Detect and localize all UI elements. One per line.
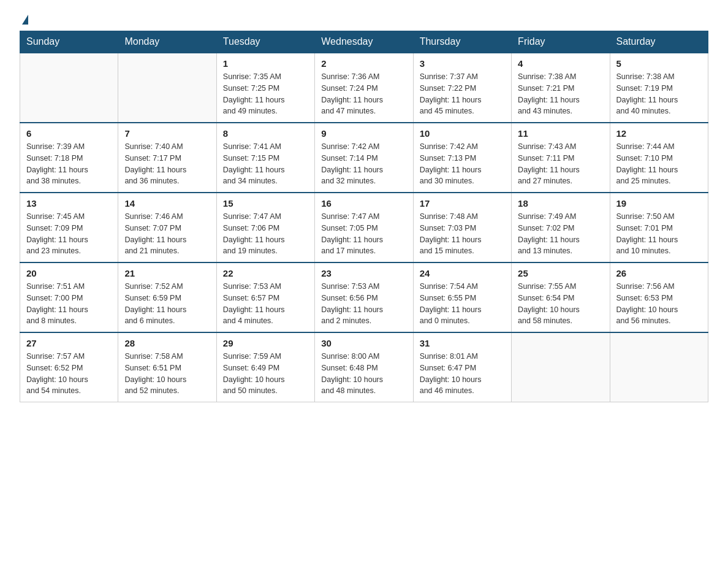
day-number: 5 (616, 58, 702, 69)
calendar-cell: 21Sunrise: 7:52 AM Sunset: 6:59 PM Dayli… (118, 262, 216, 332)
calendar-cell: 26Sunrise: 7:56 AM Sunset: 6:53 PM Dayli… (610, 262, 708, 332)
calendar-table: SundayMondayTuesdayWednesdayThursdayFrid… (20, 31, 708, 402)
day-info: Sunrise: 7:36 AM Sunset: 7:24 PM Dayligh… (321, 71, 406, 117)
calendar-cell: 14Sunrise: 7:46 AM Sunset: 7:07 PM Dayli… (118, 193, 216, 262)
day-info: Sunrise: 7:53 AM Sunset: 6:56 PM Dayligh… (321, 281, 406, 327)
day-info: Sunrise: 7:57 AM Sunset: 6:52 PM Dayligh… (26, 351, 112, 397)
week-row-1: 1Sunrise: 7:35 AM Sunset: 7:25 PM Daylig… (20, 53, 708, 123)
day-number: 8 (223, 128, 308, 139)
day-info: Sunrise: 7:40 AM Sunset: 7:17 PM Dayligh… (124, 141, 210, 187)
day-info: Sunrise: 7:59 AM Sunset: 6:49 PM Dayligh… (223, 351, 308, 397)
calendar-cell: 16Sunrise: 7:47 AM Sunset: 7:05 PM Dayli… (315, 193, 413, 262)
calendar-cell: 27Sunrise: 7:57 AM Sunset: 6:52 PM Dayli… (20, 332, 118, 402)
day-number: 20 (26, 268, 112, 278)
week-row-4: 20Sunrise: 7:51 AM Sunset: 7:00 PM Dayli… (20, 262, 708, 332)
calendar-cell: 22Sunrise: 7:53 AM Sunset: 6:57 PM Dayli… (216, 262, 314, 332)
logo-triangle-icon (22, 15, 28, 25)
day-info: Sunrise: 7:42 AM Sunset: 7:13 PM Dayligh… (420, 141, 505, 187)
weekday-header-monday: Monday (118, 31, 216, 53)
day-number: 23 (321, 268, 406, 278)
day-number: 1 (223, 58, 308, 69)
week-row-2: 6Sunrise: 7:39 AM Sunset: 7:18 PM Daylig… (20, 123, 708, 193)
week-row-5: 27Sunrise: 7:57 AM Sunset: 6:52 PM Dayli… (20, 332, 708, 402)
calendar-cell: 19Sunrise: 7:50 AM Sunset: 7:01 PM Dayli… (610, 193, 708, 262)
day-number: 3 (420, 58, 505, 69)
calendar-cell: 12Sunrise: 7:44 AM Sunset: 7:10 PM Dayli… (610, 123, 708, 193)
calendar-cell: 10Sunrise: 7:42 AM Sunset: 7:13 PM Dayli… (413, 123, 511, 193)
day-info: Sunrise: 7:47 AM Sunset: 7:05 PM Dayligh… (321, 211, 406, 257)
day-number: 16 (321, 198, 406, 209)
calendar-cell (512, 332, 610, 402)
calendar-cell: 25Sunrise: 7:55 AM Sunset: 6:54 PM Dayli… (512, 262, 610, 332)
weekday-header-tuesday: Tuesday (216, 31, 314, 53)
day-number: 11 (518, 128, 603, 139)
calendar-cell: 2Sunrise: 7:36 AM Sunset: 7:24 PM Daylig… (315, 53, 413, 123)
day-number: 7 (124, 128, 210, 139)
day-info: Sunrise: 7:48 AM Sunset: 7:03 PM Dayligh… (420, 211, 505, 257)
day-info: Sunrise: 7:51 AM Sunset: 7:00 PM Dayligh… (26, 281, 112, 327)
day-number: 18 (518, 198, 603, 209)
day-number: 30 (321, 338, 406, 348)
day-info: Sunrise: 7:45 AM Sunset: 7:09 PM Dayligh… (26, 211, 112, 257)
day-info: Sunrise: 7:53 AM Sunset: 6:57 PM Dayligh… (223, 281, 308, 327)
calendar-cell: 5Sunrise: 7:38 AM Sunset: 7:19 PM Daylig… (610, 53, 708, 123)
calendar-cell: 28Sunrise: 7:58 AM Sunset: 6:51 PM Dayli… (118, 332, 216, 402)
day-info: Sunrise: 7:41 AM Sunset: 7:15 PM Dayligh… (223, 141, 308, 187)
day-number: 19 (616, 198, 702, 209)
calendar-cell (118, 53, 216, 123)
calendar-cell: 7Sunrise: 7:40 AM Sunset: 7:17 PM Daylig… (118, 123, 216, 193)
day-number: 14 (124, 198, 210, 209)
calendar-cell (20, 53, 118, 123)
calendar-cell: 1Sunrise: 7:35 AM Sunset: 7:25 PM Daylig… (216, 53, 314, 123)
day-number: 28 (124, 338, 210, 348)
day-number: 9 (321, 128, 406, 139)
day-info: Sunrise: 7:50 AM Sunset: 7:01 PM Dayligh… (616, 211, 702, 257)
weekday-header-thursday: Thursday (413, 31, 511, 53)
day-info: Sunrise: 7:52 AM Sunset: 6:59 PM Dayligh… (124, 281, 210, 327)
day-number: 22 (223, 268, 308, 278)
calendar-cell: 13Sunrise: 7:45 AM Sunset: 7:09 PM Dayli… (20, 193, 118, 262)
day-number: 29 (223, 338, 308, 348)
day-number: 31 (420, 338, 505, 348)
calendar-cell: 23Sunrise: 7:53 AM Sunset: 6:56 PM Dayli… (315, 262, 413, 332)
day-number: 12 (616, 128, 702, 139)
day-info: Sunrise: 7:49 AM Sunset: 7:02 PM Dayligh… (518, 211, 603, 257)
day-number: 6 (26, 128, 112, 139)
weekday-header-row: SundayMondayTuesdayWednesdayThursdayFrid… (20, 31, 708, 53)
day-number: 27 (26, 338, 112, 348)
day-info: Sunrise: 7:54 AM Sunset: 6:55 PM Dayligh… (420, 281, 505, 327)
day-info: Sunrise: 7:55 AM Sunset: 6:54 PM Dayligh… (518, 281, 603, 327)
day-info: Sunrise: 7:47 AM Sunset: 7:06 PM Dayligh… (223, 211, 308, 257)
calendar-cell: 6Sunrise: 7:39 AM Sunset: 7:18 PM Daylig… (20, 123, 118, 193)
day-number: 21 (124, 268, 210, 278)
weekday-header-sunday: Sunday (20, 31, 118, 53)
calendar-cell: 31Sunrise: 8:01 AM Sunset: 6:47 PM Dayli… (413, 332, 511, 402)
day-number: 4 (518, 58, 603, 69)
day-info: Sunrise: 7:46 AM Sunset: 7:07 PM Dayligh… (124, 211, 210, 257)
calendar-cell: 11Sunrise: 7:43 AM Sunset: 7:11 PM Dayli… (512, 123, 610, 193)
day-info: Sunrise: 7:38 AM Sunset: 7:19 PM Dayligh… (616, 71, 702, 117)
calendar-cell: 17Sunrise: 7:48 AM Sunset: 7:03 PM Dayli… (413, 193, 511, 262)
page-header (20, 15, 708, 23)
calendar-cell: 9Sunrise: 7:42 AM Sunset: 7:14 PM Daylig… (315, 123, 413, 193)
calendar-cell: 15Sunrise: 7:47 AM Sunset: 7:06 PM Dayli… (216, 193, 314, 262)
calendar-cell (610, 332, 708, 402)
day-info: Sunrise: 7:39 AM Sunset: 7:18 PM Dayligh… (26, 141, 112, 187)
day-number: 25 (518, 268, 603, 278)
logo (20, 15, 28, 23)
calendar-cell: 20Sunrise: 7:51 AM Sunset: 7:00 PM Dayli… (20, 262, 118, 332)
calendar-cell: 3Sunrise: 7:37 AM Sunset: 7:22 PM Daylig… (413, 53, 511, 123)
calendar-cell: 29Sunrise: 7:59 AM Sunset: 6:49 PM Dayli… (216, 332, 314, 402)
week-row-3: 13Sunrise: 7:45 AM Sunset: 7:09 PM Dayli… (20, 193, 708, 262)
day-number: 26 (616, 268, 702, 278)
day-info: Sunrise: 7:35 AM Sunset: 7:25 PM Dayligh… (223, 71, 308, 117)
day-info: Sunrise: 7:37 AM Sunset: 7:22 PM Dayligh… (420, 71, 505, 117)
day-info: Sunrise: 8:01 AM Sunset: 6:47 PM Dayligh… (420, 351, 505, 397)
calendar-cell: 24Sunrise: 7:54 AM Sunset: 6:55 PM Dayli… (413, 262, 511, 332)
weekday-header-wednesday: Wednesday (315, 31, 413, 53)
day-info: Sunrise: 7:56 AM Sunset: 6:53 PM Dayligh… (616, 281, 702, 327)
calendar-cell: 8Sunrise: 7:41 AM Sunset: 7:15 PM Daylig… (216, 123, 314, 193)
day-info: Sunrise: 7:38 AM Sunset: 7:21 PM Dayligh… (518, 71, 603, 117)
day-info: Sunrise: 7:43 AM Sunset: 7:11 PM Dayligh… (518, 141, 603, 187)
day-number: 13 (26, 198, 112, 209)
